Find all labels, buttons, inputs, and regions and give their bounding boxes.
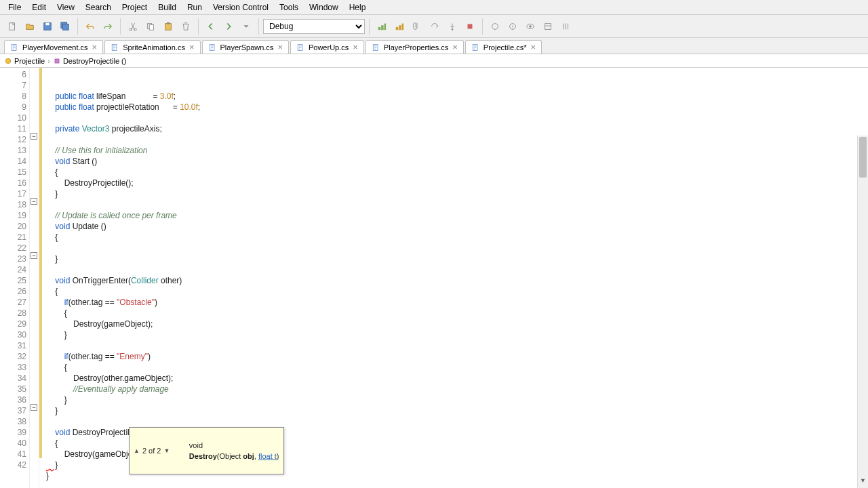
code-line[interactable]: }	[46, 253, 868, 264]
watch-icon[interactable]	[522, 18, 538, 35]
menu-view[interactable]: View	[52, 1, 80, 14]
menu-file[interactable]: File	[3, 1, 26, 14]
fold-toggle[interactable]: −	[31, 198, 37, 205]
menu-run[interactable]: Run	[182, 1, 208, 14]
up-arrow-icon[interactable]: ▲	[134, 445, 140, 456]
config-dropdown[interactable]: Debug	[263, 19, 365, 34]
cut-icon[interactable]	[125, 18, 141, 35]
redo-icon[interactable]	[100, 18, 116, 35]
code-line[interactable]: if(other.tag == "Enemy")	[46, 351, 868, 362]
code-line[interactable]: }	[46, 394, 868, 405]
fold-toggle[interactable]: −	[31, 133, 37, 140]
close-icon[interactable]: ×	[189, 43, 195, 52]
code-line[interactable]: public float lifeSpan = 3.0f;	[46, 91, 868, 102]
svg-rect-14	[396, 26, 399, 29]
svg-rect-16	[402, 23, 404, 30]
new-file-icon[interactable]	[4, 18, 20, 35]
menu-edit[interactable]: Edit	[26, 1, 52, 14]
code-line[interactable]: //Eventually apply damage	[46, 384, 868, 394]
save-icon[interactable]	[39, 18, 56, 35]
fold-toggle[interactable]: −	[31, 252, 37, 259]
code-line[interactable]	[46, 243, 868, 253]
paste-icon[interactable]	[160, 18, 176, 35]
code-line[interactable]: DestroyProjectile();	[46, 178, 868, 188]
menu-window[interactable]: Window	[304, 1, 344, 14]
code-line[interactable]	[46, 416, 868, 427]
delete-icon[interactable]	[178, 18, 194, 35]
code-line[interactable]: }	[46, 405, 868, 416]
close-icon[interactable]: ×	[277, 43, 283, 52]
code-line[interactable]: void Start ()	[46, 156, 868, 167]
scroll-down-icon[interactable]: ▼	[858, 477, 868, 488]
rebuild-icon[interactable]	[391, 18, 408, 35]
breadcrumb-method[interactable]: DestroyProjectile ()	[53, 57, 127, 65]
code-line[interactable]: {	[46, 362, 868, 373]
svg-point-23	[529, 25, 532, 28]
code-line[interactable]: }	[46, 188, 868, 199]
nav-dropdown-icon[interactable]	[238, 18, 254, 35]
step-over-icon[interactable]	[427, 18, 443, 35]
fold-toggle[interactable]: −	[31, 404, 37, 411]
attach-icon[interactable]	[409, 18, 425, 35]
code-line[interactable]: {	[46, 308, 868, 319]
tab-spriteanimationcs[interactable]: SpriteAnimation.cs×	[104, 40, 200, 54]
code-line[interactable]: public float projectileRotation = 10.0f;	[46, 102, 868, 113]
code-line[interactable]	[46, 113, 868, 123]
code-line[interactable]	[46, 340, 868, 351]
threads-icon[interactable]	[557, 18, 574, 35]
code-line[interactable]: // Update is called once per frame	[46, 210, 868, 221]
code-line[interactable]	[46, 264, 868, 275]
close-icon[interactable]: ×	[452, 43, 458, 52]
code-line[interactable]: }	[46, 329, 868, 340]
stop-icon[interactable]	[462, 18, 478, 35]
breadcrumb-class[interactable]: Projectile	[4, 57, 45, 65]
svg-rect-15	[399, 25, 401, 30]
code-line[interactable]: void OnTriggerEnter(Collider other)	[46, 275, 868, 286]
breakpoint-icon[interactable]	[487, 18, 503, 35]
code-line[interactable]: {	[46, 232, 868, 243]
menu-build[interactable]: Build	[153, 1, 182, 14]
tab-bar: PlayerMovement.cs×SpriteAnimation.cs×Pla…	[0, 38, 868, 54]
code-line[interactable]	[46, 199, 868, 210]
build-icon[interactable]	[374, 18, 390, 35]
code-line[interactable]	[46, 134, 868, 145]
step-into-icon[interactable]	[444, 18, 460, 35]
save-all-icon[interactable]	[57, 18, 73, 35]
undo-icon[interactable]	[82, 18, 98, 35]
svg-rect-4	[63, 24, 69, 30]
vertical-scrollbar[interactable]: ▲ ▼	[857, 136, 868, 488]
code-line[interactable]: void Update ()	[46, 221, 868, 232]
code-line[interactable]: Destroy(gameObject);	[46, 319, 868, 329]
nav-forward-icon[interactable]	[220, 18, 237, 35]
chevron-right-icon: ›	[47, 57, 50, 65]
code-line[interactable]	[46, 481, 868, 488]
locals-icon[interactable]	[540, 18, 556, 35]
menu-version-control[interactable]: Version Control	[208, 1, 274, 14]
code-line[interactable]: if(other.tag == "Obstacle")	[46, 297, 868, 308]
menu-project[interactable]: Project	[117, 1, 153, 14]
menu-search[interactable]: Search	[80, 1, 117, 14]
code-area[interactable]: public float lifeSpan = 3.0f; public flo…	[42, 68, 868, 488]
svg-point-32	[5, 58, 11, 64]
code-line[interactable]: // Use this for initialization	[46, 145, 868, 156]
code-line[interactable]: Destroy(other.gameObject);	[46, 373, 868, 384]
scroll-thumb[interactable]	[859, 137, 867, 178]
code-line[interactable]: {	[46, 167, 868, 178]
tab-projectilecs[interactable]: Projectile.cs*×	[465, 40, 542, 54]
tab-powerupcs[interactable]: PowerUp.cs×	[290, 40, 364, 54]
exceptions-icon[interactable]: !	[505, 18, 521, 35]
code-line[interactable]: {	[46, 286, 868, 297]
menu-tools[interactable]: Tools	[274, 1, 304, 14]
close-icon[interactable]: ×	[530, 43, 536, 52]
open-icon[interactable]	[22, 18, 38, 35]
nav-back-icon[interactable]	[203, 18, 219, 35]
menu-help[interactable]: Help	[344, 1, 372, 14]
code-line[interactable]: private Vector3 projectileAxis;	[46, 123, 868, 134]
close-icon[interactable]: ×	[92, 43, 98, 52]
down-arrow-icon[interactable]: ▼	[163, 445, 170, 456]
copy-icon[interactable]	[142, 18, 159, 35]
close-icon[interactable]: ×	[353, 43, 358, 52]
tab-playerpropertiescs[interactable]: PlayerProperties.cs×	[366, 40, 464, 54]
tab-playermovementcs[interactable]: PlayerMovement.cs×	[4, 40, 103, 54]
tab-playerspawncs[interactable]: PlayerSpawn.cs×	[202, 40, 289, 54]
